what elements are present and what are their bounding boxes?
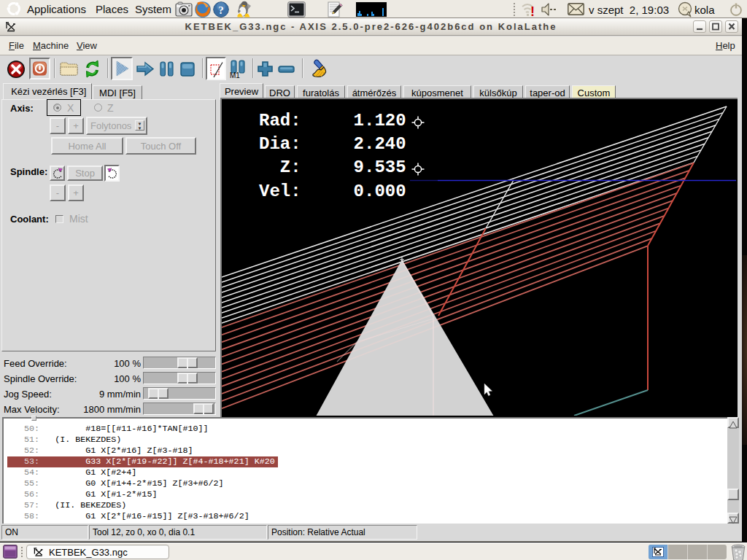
svg-text:?: ? <box>218 4 224 16</box>
svg-text:!: ! <box>530 4 535 18</box>
svg-text:M1: M1 <box>230 71 240 79</box>
